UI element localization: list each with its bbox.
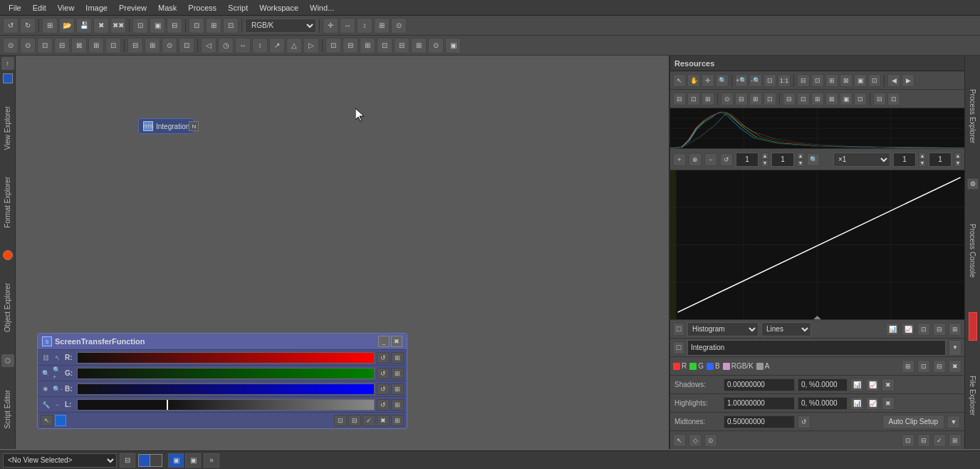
- color-mode-select[interactable]: RGB/K L R G B: [245, 19, 316, 33]
- channel-g[interactable]: G: [689, 362, 704, 370]
- zoom-z2-down[interactable]: ▼: [954, 160, 961, 167]
- menu-script[interactable]: Script: [222, 2, 254, 14]
- res-t2-btn4[interactable]: ⊙: [721, 93, 734, 105]
- left-icon-cube[interactable]: ⬡: [1, 354, 14, 367]
- zoom-z1-down[interactable]: ▼: [919, 160, 926, 167]
- undo-btn[interactable]: ↺: [3, 18, 19, 34]
- menu-window[interactable]: Wind...: [304, 2, 340, 14]
- shadows-icon2[interactable]: 📈: [866, 378, 879, 391]
- res-t2-btn7[interactable]: ⊡: [763, 93, 776, 105]
- channel-rgbk[interactable]: RGB/K: [723, 362, 754, 370]
- zoom-z2-spinner[interactable]: ▲ ▼: [954, 153, 961, 167]
- t2-btn23[interactable]: ⊟: [394, 38, 410, 53]
- stf-r-reset-btn[interactable]: ↺: [377, 352, 390, 364]
- t2-btn16[interactable]: ↗: [269, 38, 285, 53]
- res-bottom-check[interactable]: ✓: [933, 434, 946, 447]
- channel-r[interactable]: R: [673, 362, 687, 370]
- ch-export-btn[interactable]: ⊡: [917, 360, 930, 373]
- chart-btn1[interactable]: 📊: [886, 323, 899, 336]
- res-view3-btn[interactable]: ⊞: [825, 74, 838, 87]
- res-t2-btn14[interactable]: ⊟: [873, 93, 886, 105]
- left-icon-top[interactable]: ↑: [1, 57, 14, 70]
- res-t2-btn6[interactable]: ⊞: [749, 93, 762, 105]
- t2-btn21[interactable]: ⊞: [360, 38, 375, 53]
- stf-g-reset-btn[interactable]: ↺: [377, 368, 390, 379]
- highlights-icon2[interactable]: 📈: [866, 397, 879, 410]
- channel-b[interactable]: B: [707, 362, 720, 370]
- highlights-icon1[interactable]: 📊: [850, 397, 863, 410]
- t2-btn25[interactable]: ⊙: [428, 38, 444, 53]
- zoom-x-down[interactable]: ▼: [761, 160, 768, 167]
- res-crosshair-btn[interactable]: ✛: [702, 74, 714, 87]
- shadows-icon1[interactable]: 📊: [850, 378, 863, 391]
- stf-l-reset-btn[interactable]: ↺: [377, 399, 390, 411]
- res-prev-btn[interactable]: ◀: [887, 74, 900, 87]
- curve-crosshair-btn[interactable]: ⊕: [689, 153, 702, 166]
- res-bottom-btn4[interactable]: ⊡: [902, 434, 914, 447]
- bit-depth-checkbox[interactable]: ☐: [673, 323, 684, 336]
- sidebar-item-process-console[interactable]: Process Console: [966, 218, 979, 284]
- fits-integration-node[interactable]: FITS Integration N: [138, 118, 194, 134]
- t2-btn14[interactable]: ↔: [235, 38, 251, 53]
- res-view5-btn[interactable]: ▣: [854, 74, 867, 87]
- stf-g-bar[interactable]: [77, 368, 375, 379]
- res-t2-btn13[interactable]: ⊡: [854, 93, 867, 105]
- stf-r-expand-btn[interactable]: ⊞: [391, 352, 404, 364]
- res-view4-btn[interactable]: ⊠: [840, 74, 853, 87]
- res-t2-btn12[interactable]: ▣: [840, 93, 853, 105]
- res-next-btn[interactable]: ▶: [902, 74, 914, 87]
- stf-bottom-x-btn[interactable]: ✖: [377, 415, 390, 426]
- t2-btn18[interactable]: ▷: [303, 38, 319, 53]
- menu-preview[interactable]: Preview: [113, 2, 152, 14]
- color-swatch-red[interactable]: [3, 250, 13, 260]
- stf-bottom-arrow-btn[interactable]: ↖: [41, 415, 53, 426]
- t2-btn8[interactable]: ⊟: [127, 38, 143, 53]
- zoom-btn[interactable]: 🔍: [807, 153, 820, 166]
- highlights-close[interactable]: ✖: [882, 397, 895, 410]
- stf-title-bar[interactable]: S ScreenTransferFunction _ ✖: [38, 334, 407, 349]
- t2-btn17[interactable]: △: [286, 38, 302, 53]
- stf-r-arrow-icon[interactable]: ↖: [53, 353, 63, 363]
- int-checkbox[interactable]: ☐: [673, 341, 684, 354]
- menu-mask[interactable]: Mask: [152, 2, 182, 14]
- res-t2-btn8[interactable]: ⊟: [783, 93, 796, 105]
- bit-depth-select[interactable]: Histogram: [687, 322, 759, 336]
- t2-btn20[interactable]: ⊟: [343, 38, 358, 53]
- menu-file[interactable]: File: [3, 2, 27, 14]
- chart-btn3[interactable]: ⊡: [917, 323, 930, 336]
- save-btn[interactable]: 💾: [76, 18, 92, 34]
- t2-btn2[interactable]: ⊙: [20, 38, 36, 53]
- t2-btn10[interactable]: ⊙: [162, 38, 177, 53]
- status-expand-btn[interactable]: »: [204, 453, 219, 468]
- chart-grid-btn[interactable]: ⊞: [949, 323, 961, 336]
- open-btn[interactable]: 📂: [59, 18, 75, 34]
- close-btn[interactable]: ✖: [93, 18, 109, 34]
- ch-import-btn[interactable]: ⊟: [933, 360, 946, 373]
- stf-b-expand-btn[interactable]: ⊞: [391, 383, 404, 395]
- status-view-btn1[interactable]: ▣: [168, 453, 184, 468]
- curve-refresh-btn[interactable]: ↺: [720, 153, 733, 166]
- sidebar-item-object-explorer[interactable]: Object Explorer: [1, 277, 14, 338]
- gear-icon[interactable]: ⚙: [967, 178, 979, 190]
- fit-btn[interactable]: ↔: [340, 18, 355, 34]
- fit3-btn[interactable]: ⊞: [374, 18, 390, 34]
- res-pan-btn[interactable]: ✋: [687, 74, 700, 87]
- stf-bottom-expand-btn[interactable]: ⊞: [391, 415, 404, 426]
- view3-btn[interactable]: ⊟: [167, 18, 182, 34]
- menu-edit[interactable]: Edit: [27, 2, 52, 14]
- res-bottom-btn1[interactable]: ↖: [673, 434, 686, 447]
- t2-btn15[interactable]: ↕: [252, 38, 268, 53]
- sidebar-item-script-editor[interactable]: Script Editor: [1, 384, 14, 434]
- stf-r-link-icon[interactable]: ⛓: [41, 353, 51, 363]
- t2-btn19[interactable]: ⊡: [325, 38, 341, 53]
- res-bottom-expand[interactable]: ⊞: [949, 434, 961, 447]
- stf-g-expand-btn[interactable]: ⊞: [391, 368, 404, 379]
- midtones-reset-btn[interactable]: ↺: [798, 416, 810, 428]
- sidebar-item-view-explorer[interactable]: View Explorer: [1, 100, 14, 156]
- res-zoom-in-btn[interactable]: +🔍: [735, 74, 748, 87]
- fit2-btn[interactable]: ↕: [357, 18, 372, 34]
- redo-btn[interactable]: ↻: [20, 18, 36, 34]
- zoom-x-up[interactable]: ▲: [761, 153, 768, 160]
- t2-btn4[interactable]: ⊟: [54, 38, 70, 53]
- t2-btn5[interactable]: ⊠: [71, 38, 87, 53]
